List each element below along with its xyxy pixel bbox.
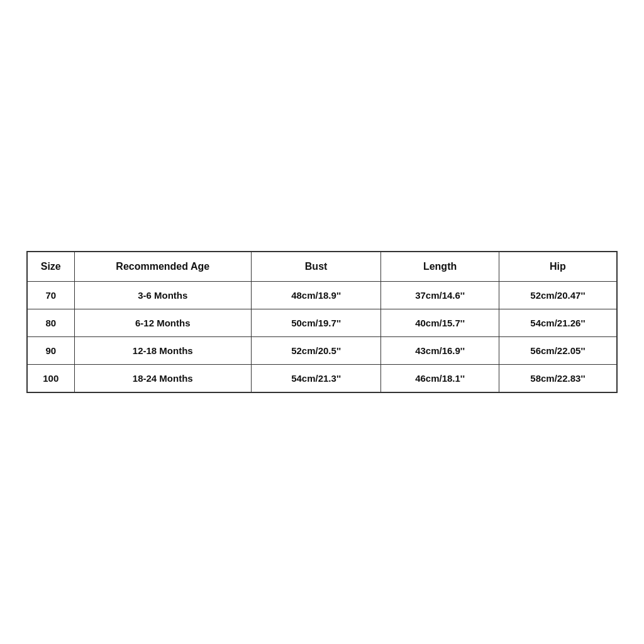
cell-bust: 54cm/21.3'' (251, 365, 380, 393)
cell-age: 12-18 Months (74, 337, 251, 365)
table-row: 703-6 Months48cm/18.9''37cm/14.6''52cm/2… (27, 282, 617, 309)
header-size: Size (27, 252, 74, 282)
header-recommended-age: Recommended Age (74, 252, 251, 282)
cell-bust: 48cm/18.9'' (251, 282, 380, 309)
cell-length: 43cm/16.9'' (381, 337, 499, 365)
table-row: 9012-18 Months52cm/20.5''43cm/16.9''56cm… (27, 337, 617, 365)
cell-age: 6-12 Months (74, 309, 251, 337)
table-row: 10018-24 Months54cm/21.3''46cm/18.1''58c… (27, 365, 617, 393)
cell-length: 46cm/18.1'' (381, 365, 499, 393)
cell-length: 37cm/14.6'' (381, 282, 499, 309)
table-row: 806-12 Months50cm/19.7''40cm/15.7''54cm/… (27, 309, 617, 337)
cell-hip: 58cm/22.83'' (499, 365, 617, 393)
cell-length: 40cm/15.7'' (381, 309, 499, 337)
cell-size: 90 (27, 337, 74, 365)
cell-size: 70 (27, 282, 74, 309)
cell-hip: 52cm/20.47'' (499, 282, 617, 309)
header-length: Length (381, 252, 499, 282)
cell-size: 100 (27, 365, 74, 393)
cell-hip: 54cm/21.26'' (499, 309, 617, 337)
cell-bust: 50cm/19.7'' (251, 309, 380, 337)
header-bust: Bust (251, 252, 380, 282)
cell-hip: 56cm/22.05'' (499, 337, 617, 365)
cell-size: 80 (27, 309, 74, 337)
cell-age: 3-6 Months (74, 282, 251, 309)
cell-age: 18-24 Months (74, 365, 251, 393)
size-chart-container: Size Recommended Age Bust Length Hip 703… (26, 251, 618, 393)
table-header-row: Size Recommended Age Bust Length Hip (27, 252, 617, 282)
size-chart-table: Size Recommended Age Bust Length Hip 703… (26, 251, 618, 393)
header-hip: Hip (499, 252, 617, 282)
cell-bust: 52cm/20.5'' (251, 337, 380, 365)
